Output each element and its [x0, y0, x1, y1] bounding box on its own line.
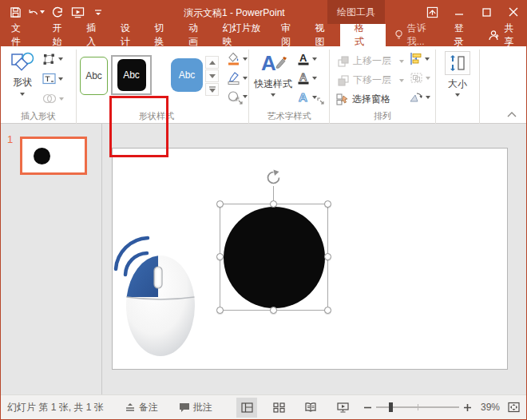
text-box-button[interactable] [42, 73, 63, 85]
quick-access-toolbar [0, 3, 107, 21]
slide-sorter-view-icon[interactable] [268, 398, 289, 418]
zoom-percentage[interactable]: 39% [476, 402, 500, 413]
drawing-tools-context-tab[interactable]: 绘图工具 [327, 0, 385, 24]
merge-shapes-dropdown-icon [59, 97, 64, 101]
slide-thumbnail-selected[interactable] [20, 137, 87, 175]
group-objects-dropdown-icon [426, 77, 430, 80]
customize-qat-icon[interactable] [89, 3, 107, 21]
title-bar: 演示文稿1 - PowerPoint 绘图工具 [0, 0, 527, 24]
svg-text:A: A [299, 90, 307, 104]
zoom-in-icon[interactable] [464, 404, 471, 411]
reading-view-icon[interactable] [300, 398, 321, 418]
panel-divider[interactable] [101, 124, 102, 394]
shape-style-swatch-3[interactable]: Abc [171, 58, 203, 92]
group-objects-icon [410, 72, 423, 84]
close-icon[interactable] [500, 0, 527, 24]
wordart-dialog-launcher-icon[interactable] [317, 97, 327, 107]
bring-forward-icon [338, 56, 350, 67]
tab-animations[interactable]: 动画 [180, 24, 214, 46]
share-button[interactable]: 共享 [479, 24, 527, 46]
tab-format-active[interactable]: 格式 [340, 24, 386, 46]
text-box-icon [42, 73, 56, 85]
shape-style-swatch-2-selected[interactable]: Abc [111, 55, 152, 95]
tab-transitions[interactable]: 切换 [145, 24, 180, 46]
shape-outline-icon [227, 71, 240, 85]
shape-fill-button[interactable] [227, 52, 248, 65]
edit-shape-button[interactable] [42, 53, 63, 65]
quick-styles-icon: A [260, 51, 287, 75]
resize-handle-n[interactable] [270, 200, 277, 208]
text-outline-button[interactable]: A [297, 71, 317, 85]
align-dropdown-icon [425, 57, 430, 61]
text-fill-button[interactable]: A [297, 52, 317, 65]
resize-handle-ne[interactable] [324, 200, 331, 208]
zoom-slider-thumb[interactable] [389, 402, 393, 412]
rotation-handle-icon[interactable] [265, 169, 282, 186]
sign-in-link[interactable]: 登录 [446, 24, 480, 46]
text-box-dropdown-icon [58, 77, 63, 81]
bring-forward-dropdown-icon [399, 60, 404, 63]
size-icon [445, 51, 470, 75]
tab-home[interactable]: 开始 [44, 24, 78, 46]
shape-style-swatch-1[interactable]: Abc [80, 57, 108, 95]
shape-fill-dropdown-icon [243, 57, 248, 61]
slideshow-view-icon[interactable] [332, 398, 353, 418]
gallery-scroll-up-icon[interactable] [205, 56, 219, 69]
size-button[interactable]: 大小 [440, 51, 475, 97]
notes-button[interactable]: 备注 [125, 401, 158, 414]
fit-slide-to-window-icon[interactable] [508, 402, 520, 413]
tab-tell-me[interactable]: 告诉我... [386, 24, 446, 46]
group-objects-button [410, 72, 430, 84]
bring-forward-button: 上移一层 [338, 54, 404, 68]
shape-outline-button[interactable] [227, 71, 248, 85]
align-button[interactable] [410, 53, 430, 65]
zoom-slider[interactable] [376, 406, 459, 408]
tab-view[interactable]: 视图 [306, 24, 340, 46]
quick-styles-dropdown-icon [271, 93, 275, 97]
gallery-more-icon[interactable] [205, 83, 219, 96]
tab-slideshow[interactable]: 幻灯片放映 [213, 24, 271, 46]
selection-pane-button[interactable]: 选择窗格 [336, 93, 390, 106]
ribbon: 形状 插入形状 Abc Abc Abc [1, 46, 526, 124]
resize-handle-s[interactable] [270, 307, 277, 314]
comments-button[interactable]: 批注 [179, 401, 212, 414]
text-effects-button[interactable]: A [297, 90, 317, 104]
undo-icon[interactable] [27, 3, 45, 21]
rotate-button[interactable] [410, 91, 430, 103]
tab-review[interactable]: 审阅 [272, 24, 307, 46]
normal-view-icon[interactable] [236, 398, 257, 418]
tab-design[interactable]: 设计 [112, 24, 146, 46]
thumbnail-circle-shape [34, 148, 50, 164]
resize-handle-sw[interactable] [216, 307, 224, 314]
black-circle-shape[interactable] [224, 207, 325, 308]
text-fill-icon: A [297, 52, 310, 65]
quick-styles-button[interactable]: A 快速样式 [252, 51, 294, 97]
shape-styles-dialog-launcher-icon[interactable] [236, 97, 245, 107]
align-icon [410, 53, 422, 65]
resize-handle-e[interactable] [324, 253, 331, 260]
resize-handle-se[interactable] [324, 307, 331, 314]
group-label-insert-shapes: 插入形状 [1, 110, 76, 121]
undo-dropdown-icon[interactable] [40, 10, 45, 14]
zoom-out-icon[interactable] [364, 404, 371, 411]
text-effects-icon: A [297, 90, 310, 104]
powerpoint-window: 演示文稿1 - PowerPoint 绘图工具 文件 开始 插入 设计 切换 动… [0, 0, 527, 420]
start-slideshow-icon[interactable] [69, 3, 86, 21]
share-person-icon [488, 30, 500, 41]
maximize-icon[interactable] [473, 0, 500, 24]
text-outline-dropdown-icon [312, 77, 317, 80]
collapse-ribbon-icon[interactable] [507, 112, 517, 117]
tab-insert[interactable]: 插入 [77, 24, 112, 46]
ribbon-display-options-icon[interactable] [418, 0, 446, 24]
merge-shapes-button[interactable] [42, 93, 64, 105]
minimize-icon[interactable] [446, 0, 473, 24]
tab-file[interactable]: 文件 [0, 24, 39, 46]
edit-shape-icon [42, 53, 56, 65]
shape-outline-dropdown-icon [243, 77, 248, 80]
resize-handle-nw[interactable] [216, 200, 224, 208]
shapes-gallery-button[interactable]: 形状 [6, 51, 39, 96]
redo-icon[interactable] [48, 3, 65, 21]
gallery-scroll-down-icon[interactable] [205, 69, 219, 82]
save-icon[interactable] [6, 3, 24, 21]
resize-handle-w[interactable] [216, 253, 224, 260]
